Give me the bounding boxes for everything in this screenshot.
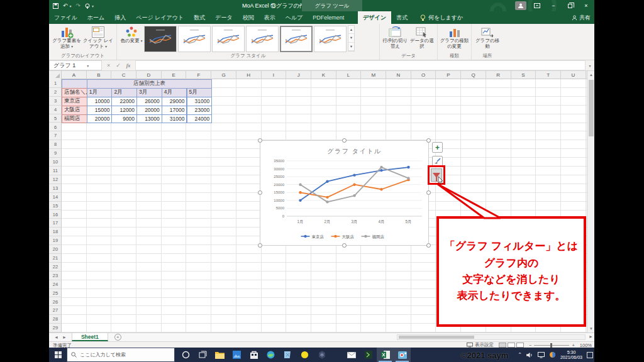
column-header-C[interactable]: C (111, 71, 136, 79)
chart-style-thumbnail[interactable] (246, 26, 279, 52)
row-header-25[interactable]: 25 (49, 289, 62, 298)
view-normal-button[interactable] (499, 343, 506, 348)
select-all-corner[interactable] (49, 71, 62, 79)
edge-button[interactable] (262, 348, 279, 362)
column-header-N[interactable]: N (386, 71, 411, 79)
table-cell[interactable]: 店舗別売上表 (87, 79, 213, 89)
tray-expand-icon[interactable]: ⌃ (518, 352, 522, 358)
ribbon-tab-校閲[interactable]: 校閲 (238, 11, 259, 24)
table-cell[interactable]: 5月 (187, 88, 213, 97)
table-cell[interactable]: 9000 (111, 114, 137, 124)
row-header-1[interactable]: 1 (49, 79, 62, 88)
table-cell[interactable]: 26000 (136, 97, 162, 106)
ribbon-tab-挿入[interactable]: 挿入 (109, 11, 131, 24)
hscroll-right-icon[interactable]: ► (589, 334, 593, 339)
table-cell[interactable]: 2月 (111, 88, 137, 97)
name-box[interactable]: グラフ 1▾ (49, 60, 102, 70)
ribbon-tab-ヘルプ[interactable]: ヘルプ (280, 11, 308, 24)
column-header-A[interactable]: A (62, 71, 87, 79)
table-cell[interactable]: 17000 (162, 106, 187, 115)
name-box-dropdown-icon[interactable]: ▾ (87, 63, 89, 68)
gallery-scroll-arrows[interactable]: ▲▼▼ (348, 25, 355, 52)
action-center-icon[interactable] (587, 352, 593, 358)
column-header-K[interactable]: K (311, 71, 336, 79)
yellow-app-button[interactable] (296, 348, 313, 362)
column-header-Q[interactable]: Q (461, 71, 486, 79)
clipper-app-button[interactable] (360, 348, 377, 362)
table-cell[interactable]: 22000 (111, 97, 137, 106)
touch-mode-icon[interactable] (85, 3, 90, 9)
ribbon-tab-書式[interactable]: 書式 (391, 11, 413, 24)
row-header-27[interactable]: 27 (49, 306, 62, 315)
mail-button[interactable] (343, 348, 360, 362)
column-header-R[interactable]: R (486, 71, 511, 79)
row-header-24[interactable]: 24 (49, 280, 62, 289)
taskbar-search-input[interactable]: ここに入力して検索 (67, 348, 175, 362)
zoom-slider-thumb[interactable] (550, 343, 552, 348)
color-dot-icon[interactable] (549, 351, 556, 358)
row-header-17[interactable]: 17 (49, 219, 62, 228)
table-cell[interactable] (62, 79, 87, 89)
zoom-slider[interactable] (534, 345, 569, 346)
cancel-icon[interactable]: × (107, 62, 110, 69)
chart-style-thumbnail[interactable] (280, 26, 313, 52)
ribbon-tab-データ[interactable]: データ (210, 11, 237, 24)
chart-handle[interactable] (258, 190, 262, 195)
column-header-H[interactable]: H (236, 71, 262, 79)
view-page-layout-button[interactable] (508, 343, 515, 348)
volume-icon[interactable] (526, 352, 533, 358)
row-header-29[interactable]: 29 (49, 324, 62, 332)
table-cell[interactable]: 1月 (87, 88, 113, 97)
taskbar-clock[interactable]: 5:302021/06/03 (560, 350, 582, 360)
row-header-15[interactable]: 15 (49, 202, 62, 211)
column-header-M[interactable]: M (361, 71, 386, 79)
formula-input[interactable] (135, 60, 586, 70)
row-header-20[interactable]: 20 (49, 245, 62, 254)
view-page-break-button[interactable] (516, 343, 524, 348)
chart-elements-button[interactable]: + (432, 142, 443, 153)
minimize-button[interactable]: − (545, 0, 562, 11)
row-header-5[interactable]: 5 (49, 114, 62, 123)
store-button[interactable] (245, 348, 262, 362)
column-header-T[interactable]: T (536, 71, 561, 79)
table-cell[interactable]: 20000 (136, 106, 162, 115)
share-button[interactable]: 共有 (572, 11, 591, 24)
row-header-11[interactable]: 11 (49, 167, 62, 175)
pinned-app-button[interactable] (313, 348, 330, 362)
display-tray-icon[interactable] (538, 352, 545, 358)
table-cell[interactable]: 大阪店 (62, 106, 87, 115)
column-header-U[interactable]: U (561, 71, 586, 79)
ribbon-tab-ホーム[interactable]: ホーム (82, 11, 109, 24)
row-header-9[interactable]: 9 (49, 149, 62, 158)
restore-button[interactable] (562, 0, 578, 11)
row-header-22[interactable]: 22 (49, 263, 62, 272)
table-cell[interactable]: 福岡店 (62, 114, 87, 124)
enter-icon[interactable]: ✓ (116, 62, 121, 69)
row-header-3[interactable]: 3 (49, 97, 62, 106)
table-cell[interactable]: 31000 (162, 114, 187, 124)
chart-handle[interactable] (426, 243, 431, 248)
row-header-16[interactable]: 16 (49, 211, 62, 219)
ribbon-tab-デザイン[interactable]: デザイン (358, 11, 391, 24)
photos-button[interactable] (228, 348, 245, 362)
ribbon-tab-表示[interactable]: 表示 (259, 11, 280, 24)
row-header-21[interactable]: 21 (49, 254, 62, 263)
add-chart-element-button[interactable]: グラフ要素を追加 ▾ (51, 25, 82, 53)
chart-style-thumbnail[interactable] (178, 26, 211, 52)
recorder-app-button[interactable] (394, 348, 411, 362)
scroll-down-icon[interactable]: ▼ (587, 325, 595, 332)
table-cell[interactable]: 12000 (111, 106, 137, 115)
move-chart-button[interactable]: グラフの移動 (474, 25, 501, 53)
close-button[interactable]: × (578, 0, 594, 11)
column-header-I[interactable]: I (262, 71, 287, 79)
change-colors-button[interactable]: 色の変更 ▾ (119, 25, 144, 53)
row-header-4[interactable]: 4 (49, 106, 62, 114)
vertical-scrollbar[interactable]: ▲ ▼ (587, 71, 594, 332)
onenote-button[interactable] (279, 348, 296, 362)
row-header-14[interactable]: 14 (49, 193, 62, 202)
ribbon-display-options-icon[interactable] (529, 0, 545, 11)
column-header-S[interactable]: S (511, 71, 536, 79)
row-header-18[interactable]: 18 (49, 228, 62, 236)
column-header-F[interactable]: F (187, 71, 212, 79)
ribbon-tab-ファイル[interactable]: ファイル (49, 11, 82, 24)
